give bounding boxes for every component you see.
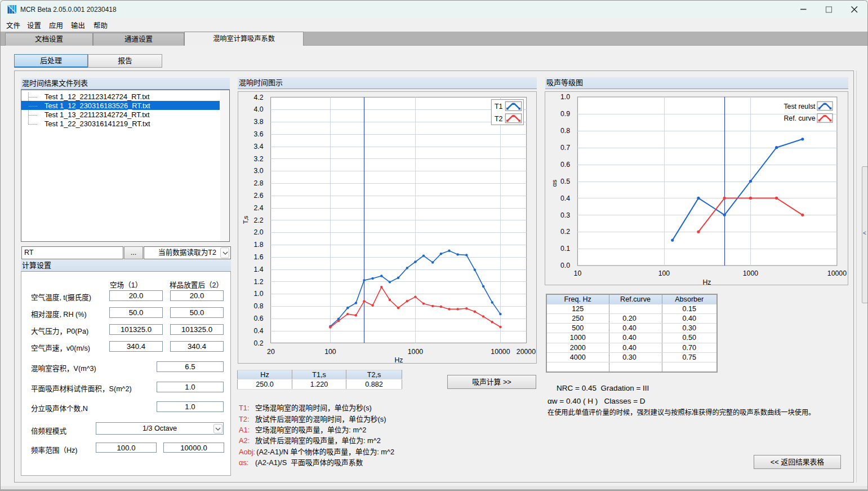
- svg-text:T2: T2: [495, 115, 503, 123]
- svg-text:0.2: 0.2: [560, 228, 570, 236]
- svg-text:4.2: 4.2: [253, 94, 263, 101]
- svg-text:1000: 1000: [743, 269, 759, 277]
- svg-text:3.0: 3.0: [253, 167, 263, 175]
- svg-text:3.4: 3.4: [253, 143, 263, 151]
- svg-text:0.5: 0.5: [560, 178, 570, 185]
- svg-text:1000: 1000: [408, 348, 424, 356]
- svg-text:100: 100: [324, 348, 336, 356]
- svg-text:αs: αs: [551, 180, 558, 187]
- svg-text:0.4: 0.4: [560, 194, 570, 202]
- svg-text:2.8: 2.8: [253, 179, 263, 187]
- svg-text:2.4: 2.4: [253, 204, 263, 212]
- svg-text:0.9: 0.9: [560, 110, 570, 118]
- svg-text:3.8: 3.8: [253, 118, 263, 126]
- svg-text:0.1: 0.1: [560, 245, 570, 253]
- svg-text:2.6: 2.6: [253, 192, 263, 200]
- svg-text:0.6: 0.6: [560, 161, 570, 169]
- svg-text:3.2: 3.2: [253, 155, 263, 163]
- svg-text:0.0: 0.0: [560, 262, 570, 269]
- svg-text:1.6: 1.6: [253, 253, 263, 261]
- svg-text:2.0: 2.0: [253, 228, 263, 236]
- svg-text:Test reulst: Test reulst: [784, 103, 816, 110]
- svg-text:0.4: 0.4: [253, 327, 263, 335]
- svg-text:0.2: 0.2: [253, 339, 263, 347]
- svg-text:1.2: 1.2: [253, 278, 263, 286]
- svg-text:10000: 10000: [827, 269, 847, 277]
- svg-text:3.6: 3.6: [253, 130, 263, 138]
- svg-text:20000: 20000: [517, 348, 536, 356]
- svg-text:0.6: 0.6: [253, 315, 263, 322]
- svg-text:10000: 10000: [491, 348, 510, 356]
- svg-text:T,s: T,s: [242, 215, 249, 224]
- svg-text:0.3: 0.3: [560, 211, 570, 219]
- svg-text:2.2: 2.2: [253, 216, 263, 224]
- svg-text:1.0: 1.0: [560, 93, 570, 101]
- svg-text:10: 10: [574, 269, 582, 277]
- svg-text:100: 100: [658, 269, 670, 277]
- svg-text:Ref. curve: Ref. curve: [784, 114, 815, 122]
- svg-text:Hz: Hz: [394, 356, 403, 364]
- svg-text:4.0: 4.0: [253, 105, 263, 113]
- svg-text:0.8: 0.8: [560, 127, 570, 135]
- svg-text:1.8: 1.8: [253, 241, 263, 249]
- svg-text:Hz: Hz: [702, 278, 711, 285]
- svg-text:0.7: 0.7: [560, 144, 570, 152]
- svg-text:T1: T1: [495, 103, 503, 110]
- svg-text:20: 20: [267, 348, 275, 356]
- svg-text:1.0: 1.0: [253, 290, 263, 298]
- svg-text:1.4: 1.4: [253, 266, 263, 273]
- svg-text:0.8: 0.8: [253, 302, 263, 310]
